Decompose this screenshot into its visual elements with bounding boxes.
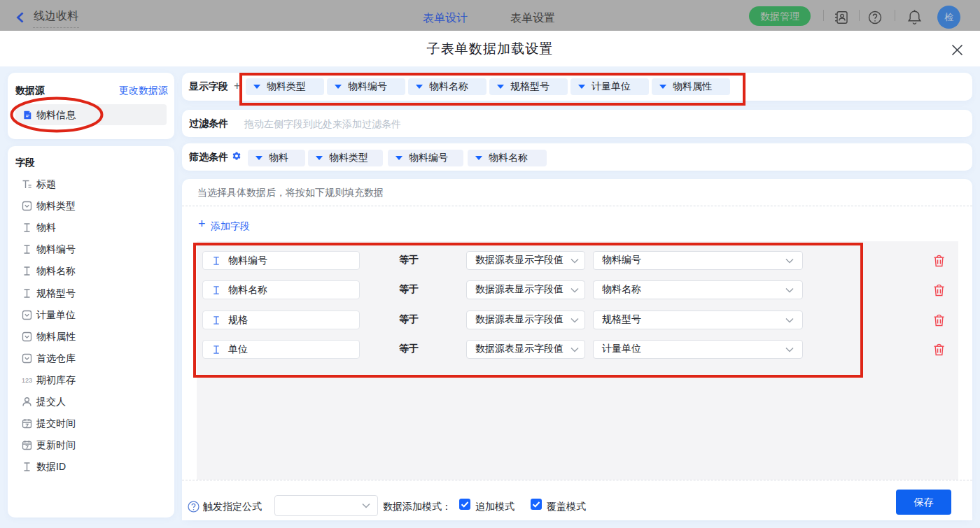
svg-text:123: 123 [22, 377, 32, 384]
